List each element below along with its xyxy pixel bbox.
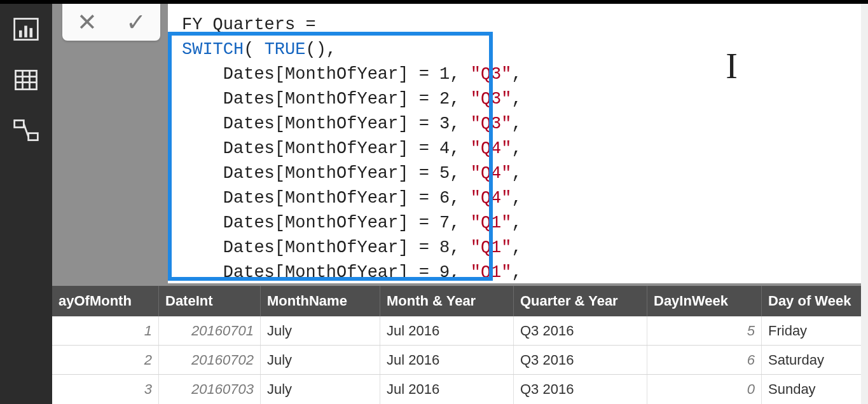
cell-monthyear: Jul 2016 [380,316,514,345]
cell-qtr-year: Q3 2016 [514,375,647,404]
formula-backdrop: ✕ ✓ FY Quarters = SWITCH( TRUE(), Dates[… [52,4,868,286]
cell-dateint: 20160701 [159,316,261,345]
svg-rect-9 [15,121,24,128]
col-header-dateint[interactable]: DateInt [159,286,261,316]
table-row[interactable]: 1 20160701 July Jul 2016 Q3 2016 5 Frida… [52,316,868,346]
cell-dayinweek: 0 [647,375,762,404]
relationship-icon [12,117,40,145]
cell-dayinweek: 6 [647,346,762,374]
cell-monthyear: Jul 2016 [380,375,514,404]
formula-editor[interactable]: FY Quarters = SWITCH( TRUE(), Dates[Mont… [168,4,868,283]
svg-rect-1 [19,30,22,37]
svg-rect-2 [24,26,27,37]
cell-dayofweek: Friday [762,316,868,345]
formula-action-capsule: ✕ ✓ [62,4,160,41]
table-row[interactable]: 2 20160702 July Jul 2016 Q3 2016 6 Satur… [52,346,868,375]
cell-dateint: 20160703 [159,375,261,404]
cancel-button[interactable]: ✕ [77,10,97,34]
svg-line-11 [24,124,28,137]
data-view-button[interactable] [0,55,52,105]
report-view-button[interactable] [0,4,52,55]
cell-dayofmonth: 3 [52,375,159,404]
view-nav-rail [0,4,52,404]
cell-monthname: July [261,316,380,345]
col-header-dayofmonth[interactable]: ayOfMonth [52,286,159,316]
accept-button[interactable]: ✓ [126,10,146,34]
model-view-button[interactable] [0,105,52,156]
bar-chart-icon [12,15,40,43]
cell-dayofmonth: 2 [52,346,159,374]
cell-dayofweek: Saturday [762,346,868,374]
cell-dayofweek: Sunday [762,375,868,404]
col-header-dayinweek[interactable]: DayInWeek [647,286,762,316]
cell-monthname: July [261,375,380,404]
data-grid[interactable]: ayOfMonth DateInt MonthName Month & Year… [52,286,868,404]
col-header-monthname[interactable]: MonthName [261,286,380,316]
table-grid-icon [12,66,40,94]
scrollbar-vertical[interactable] [861,4,868,404]
svg-rect-10 [29,133,38,140]
text-caret-icon: I [726,46,738,86]
cell-dayofmonth: 1 [52,316,159,345]
cell-dateint: 20160702 [159,346,261,374]
svg-rect-3 [30,28,33,37]
cell-dayinweek: 5 [647,316,762,345]
svg-rect-4 [16,71,37,89]
cell-qtr-year: Q3 2016 [514,316,647,345]
grid-header-row: ayOfMonth DateInt MonthName Month & Year… [52,286,868,316]
col-header-monthyear[interactable]: Month & Year [380,286,514,316]
col-header-dayofweek[interactable]: Day of Week [762,286,868,316]
formula-text[interactable]: FY Quarters = SWITCH( TRUE(), Dates[Mont… [168,4,868,285]
col-header-quarteryear[interactable]: Quarter & Year [514,286,647,316]
cell-qtr-year: Q3 2016 [514,346,647,374]
cell-monthname: July [261,346,380,374]
cell-monthyear: Jul 2016 [380,346,514,374]
table-row[interactable]: 3 20160703 July Jul 2016 Q3 2016 0 Sunda… [52,375,868,404]
